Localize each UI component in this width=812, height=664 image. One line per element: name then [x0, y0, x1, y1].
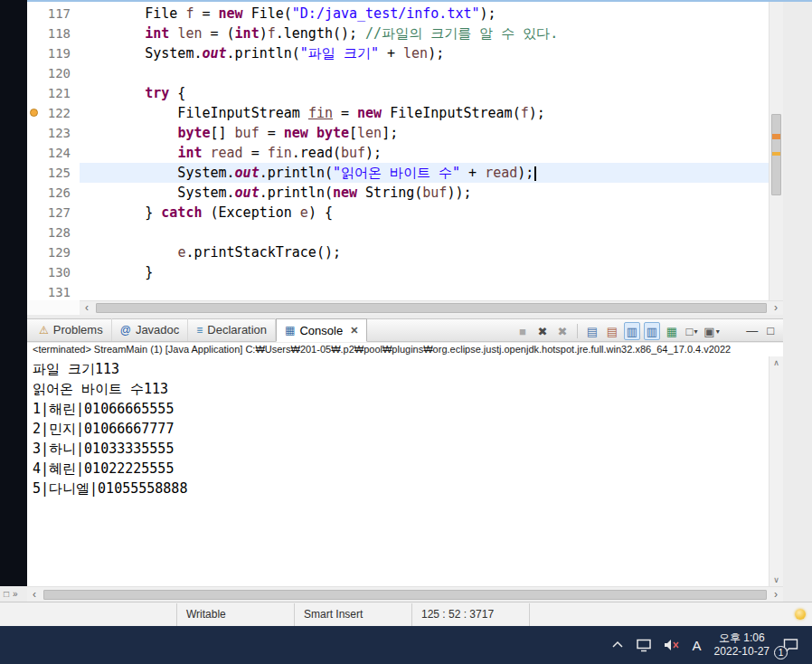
- line-number[interactable]: 120: [27, 63, 80, 83]
- code-line[interactable]: 129 e.printStackTrace();: [27, 242, 769, 262]
- scrollbar-thumb[interactable]: [43, 590, 767, 600]
- expand-trim-icon[interactable]: »: [13, 589, 18, 599]
- code-text[interactable]: [80, 223, 769, 242]
- scroll-left-icon[interactable]: ‹: [80, 301, 94, 315]
- minimized-views-trim[interactable]: □ »: [0, 586, 27, 602]
- code-line[interactable]: 125 System.out.println("읽어온 바이트 수" + rea…: [27, 163, 769, 183]
- view-tabs: ⚠Problems@Javadoc≡Declaration▦Console✕: [31, 318, 367, 341]
- scroll-right-icon[interactable]: ›: [769, 301, 783, 315]
- line-number[interactable]: 119: [27, 43, 80, 63]
- console-vscrollbar[interactable]: ∧ ∨: [769, 356, 783, 586]
- scroll-lock-icon[interactable]: ▥: [644, 322, 660, 340]
- collapsed-view-rail[interactable]: [0, 0, 27, 586]
- line-number[interactable]: 127: [27, 203, 80, 223]
- code-token: buf: [341, 145, 365, 161]
- action-center-icon[interactable]: 1: [782, 638, 799, 653]
- code-text[interactable]: System.out.println(new String(buf));: [80, 183, 769, 203]
- code-text[interactable]: [80, 282, 769, 300]
- code-text[interactable]: File f = new File("D:/java_test/info.txt…: [80, 4, 769, 24]
- word-wrap-icon[interactable]: ▥: [624, 322, 640, 340]
- line-number[interactable]: 128: [27, 223, 80, 242]
- code-editor[interactable]: 117 File f = new File("D:/java_test/info…: [27, 2, 783, 300]
- code-text[interactable]: byte[] buf = new byte[len];: [80, 123, 769, 143]
- volume-muted-icon[interactable]: [664, 639, 680, 651]
- code-text[interactable]: } catch (Exception e) {: [80, 203, 769, 223]
- code-line[interactable]: 120: [27, 63, 769, 83]
- scroll-down-icon[interactable]: ∨: [770, 575, 783, 584]
- code-text[interactable]: try {: [80, 83, 769, 103]
- tab-problems[interactable]: ⚠Problems: [31, 318, 112, 341]
- line-number[interactable]: 131: [27, 282, 80, 300]
- line-number[interactable]: 124: [27, 143, 80, 163]
- open-console-icon[interactable]: ▣▾: [703, 322, 720, 340]
- code-token: [202, 145, 210, 161]
- code-text[interactable]: int read = fin.read(buf);: [80, 143, 769, 163]
- code-text[interactable]: System.out.println("읽어온 바이트 수" + read);: [80, 163, 769, 183]
- code-text[interactable]: }: [80, 262, 769, 282]
- scroll-right-icon[interactable]: ›: [769, 588, 783, 602]
- notification-lightbulb-icon[interactable]: [795, 609, 806, 620]
- scroll-left-icon[interactable]: ‹: [27, 588, 42, 602]
- line-number[interactable]: 129: [27, 242, 80, 262]
- code-line[interactable]: 121 try {: [27, 83, 769, 103]
- close-icon[interactable]: ✕: [350, 325, 358, 337]
- code-line[interactable]: 127 } catch (Exception e) {: [27, 203, 769, 223]
- console-line: 읽어온 바이트 수113: [33, 379, 776, 399]
- line-number[interactable]: 121: [27, 83, 80, 103]
- console-line: 5|다니엘|01055558888: [33, 479, 776, 498]
- tab-declaration[interactable]: ≡Declaration: [188, 318, 276, 341]
- taskbar-clock[interactable]: 오후 1:06 2022-10-27: [714, 631, 770, 659]
- scrollbar-thumb[interactable]: [96, 303, 767, 313]
- show-console-on-output-icon-glyph: ▤: [587, 325, 598, 338]
- tray-chevron-up-icon[interactable]: [611, 640, 624, 650]
- code-line[interactable]: 128: [27, 223, 769, 242]
- code-token: [80, 244, 177, 261]
- code-line[interactable]: 124 int read = fin.read(buf);: [27, 143, 769, 163]
- code-token: [80, 125, 177, 141]
- code-line[interactable]: 123 byte[] buf = new byte[len];: [27, 123, 769, 143]
- remove-all-launches-icon[interactable]: ✖: [554, 322, 571, 340]
- show-console-on-output-icon[interactable]: ▤: [584, 322, 600, 340]
- bookmark-marker-icon[interactable]: [30, 109, 38, 117]
- console-view[interactable]: 파일 크기113읽어온 바이트 수1131|해린|010666655552|민지…: [27, 356, 783, 586]
- scrollbar-corner: [27, 300, 80, 315]
- maximize-view-icon[interactable]: □: [767, 324, 774, 337]
- code-line[interactable]: 118 int len = (int)f.length(); //파일의 크기를…: [27, 24, 769, 43]
- code-text[interactable]: FileInputStream fin = new FileInputStrea…: [80, 103, 769, 123]
- tab-console[interactable]: ▦Console✕: [276, 318, 367, 342]
- code-text[interactable]: System.out.println("파일 크기" + len);: [80, 43, 769, 63]
- remove-launch-icon[interactable]: ✖: [534, 322, 551, 340]
- pin-console-icon[interactable]: ▦: [664, 322, 680, 340]
- show-console-on-error-icon[interactable]: ▤: [604, 322, 620, 340]
- code-line[interactable]: 130 }: [27, 262, 769, 282]
- display-selected-console-icon[interactable]: □▾: [684, 322, 700, 340]
- dropdown-arrow-icon: ▾: [716, 327, 720, 336]
- code-line[interactable]: 126 System.out.println(new String(buf));: [27, 183, 769, 203]
- line-number[interactable]: 118: [27, 24, 80, 43]
- code-token: read: [485, 165, 517, 181]
- code-line[interactable]: 131: [27, 282, 769, 300]
- scroll-up-icon[interactable]: ∧: [770, 358, 783, 367]
- line-number[interactable]: 123: [27, 123, 80, 143]
- restore-view-icon[interactable]: □: [4, 589, 9, 599]
- code-line[interactable]: 122 FileInputStream fin = new FileInputS…: [27, 103, 769, 123]
- minimize-view-icon[interactable]: —: [746, 324, 758, 337]
- code-text[interactable]: int len = (int)f.length(); //파일의 크기를 알 수…: [80, 24, 769, 43]
- code-text[interactable]: [80, 63, 769, 83]
- console-hscrollbar[interactable]: ‹ ›: [27, 586, 783, 602]
- terminate-icon[interactable]: ■: [515, 322, 531, 340]
- code-text[interactable]: e.printStackTrace();: [80, 242, 769, 262]
- ime-language-indicator[interactable]: A: [693, 638, 702, 653]
- line-number[interactable]: 117: [27, 4, 80, 24]
- line-number[interactable]: 130: [27, 262, 80, 282]
- display-tray-icon[interactable]: [637, 639, 651, 652]
- code-line[interactable]: 117 File f = new File("D:/java_test/info…: [27, 4, 769, 24]
- line-number[interactable]: 126: [27, 183, 80, 203]
- code-token: fin: [308, 105, 333, 121]
- editor-vscrollbar[interactable]: [769, 2, 783, 300]
- line-number[interactable]: 125: [27, 163, 80, 183]
- tab-label: Problems: [53, 323, 103, 337]
- tab-javadoc[interactable]: @Javadoc: [112, 318, 189, 341]
- editor-hscrollbar[interactable]: ‹ ›: [80, 300, 783, 315]
- code-line[interactable]: 119 System.out.println("파일 크기" + len);: [27, 43, 769, 63]
